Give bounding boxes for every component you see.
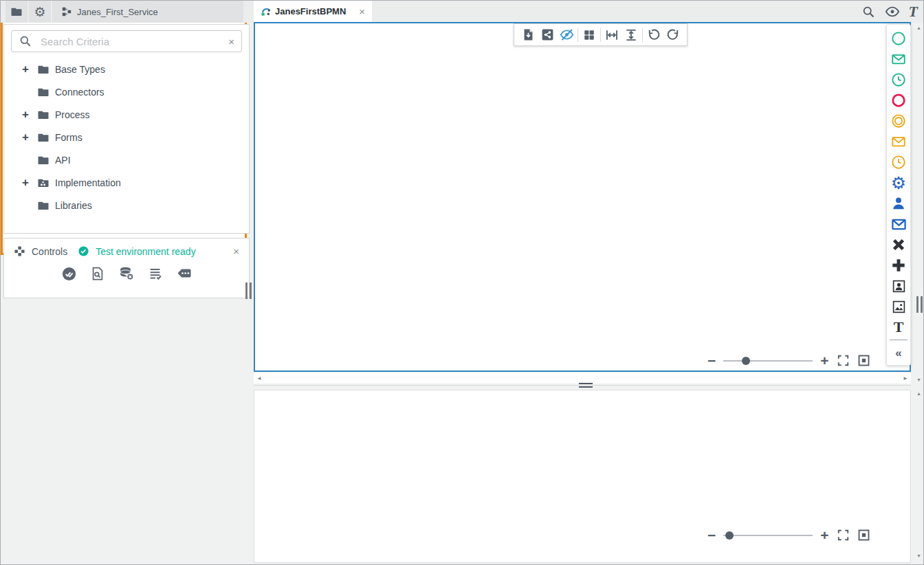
exclusive-gateway-icon[interactable] bbox=[887, 234, 910, 255]
search-input[interactable] bbox=[41, 36, 220, 47]
tree-item-libraries[interactable]: Libraries bbox=[4, 194, 249, 217]
zoom-slider-handle[interactable] bbox=[725, 531, 734, 540]
fullscreen-icon[interactable] bbox=[837, 529, 850, 542]
text-icon[interactable]: T bbox=[887, 317, 910, 337]
service-task-icon[interactable]: ⚙ bbox=[887, 173, 910, 193]
zoom-slider-handle[interactable] bbox=[742, 357, 750, 365]
undo-icon[interactable] bbox=[644, 26, 663, 44]
tree-item-implementation[interactable]: + Implementation bbox=[4, 171, 249, 194]
console-message-icon[interactable] bbox=[176, 265, 192, 282]
zoom-out-button[interactable]: − bbox=[707, 528, 716, 542]
status-text: Test environment ready bbox=[96, 246, 196, 257]
zoom-in-button[interactable]: + bbox=[820, 528, 828, 542]
expand-icon[interactable]: + bbox=[22, 131, 37, 144]
checklist-icon[interactable] bbox=[148, 265, 163, 282]
zoom-in-button[interactable]: + bbox=[820, 353, 828, 368]
scroll-up-icon[interactable]: ▲ bbox=[914, 25, 924, 30]
message-start-event-icon[interactable] bbox=[887, 49, 910, 69]
scroll-up-icon[interactable]: ▲ bbox=[914, 391, 924, 396]
service-tab-label: Janes_First_Service bbox=[77, 7, 158, 17]
zoom-out-button[interactable]: − bbox=[707, 353, 716, 368]
eye-icon[interactable] bbox=[885, 4, 900, 19]
document-tab[interactable]: JanesFirstBPMN × bbox=[254, 1, 372, 22]
cluster-icon bbox=[14, 245, 25, 257]
parallel-gateway-icon[interactable] bbox=[887, 255, 910, 276]
database-clear-icon[interactable] bbox=[118, 265, 135, 282]
image-icon[interactable] bbox=[887, 296, 910, 317]
expand-icon[interactable]: + bbox=[22, 63, 37, 76]
grid-icon[interactable] bbox=[580, 26, 599, 44]
folder-icon bbox=[37, 154, 50, 166]
right-resize-handle[interactable] bbox=[916, 296, 923, 313]
share-icon[interactable] bbox=[538, 26, 557, 44]
service-tab[interactable]: Janes_First_Service bbox=[52, 1, 243, 23]
typography-icon[interactable]: T bbox=[909, 4, 918, 19]
canvas-toolbar bbox=[514, 23, 688, 46]
end-event-icon[interactable] bbox=[887, 90, 910, 111]
expand-icon[interactable]: + bbox=[22, 108, 37, 122]
tree-item-api[interactable]: API bbox=[4, 148, 249, 171]
start-event-icon[interactable] bbox=[887, 28, 910, 49]
timer-start-event-icon[interactable] bbox=[887, 69, 910, 90]
top-bar: ⚙ Janes_First_Service T bbox=[1, 1, 923, 23]
timer-intermediate-event-icon[interactable] bbox=[887, 152, 910, 173]
tree-item-forms[interactable]: + Forms bbox=[4, 126, 249, 148]
collapse-palette-icon[interactable]: « bbox=[887, 342, 910, 363]
bpmn-palette: ⚙ T « bbox=[886, 24, 911, 366]
hide-preview-icon[interactable] bbox=[557, 26, 576, 44]
workspace-tabs: ⚙ Janes_First_Service bbox=[6, 1, 243, 23]
tree-item-connectors[interactable]: Connectors bbox=[4, 80, 249, 103]
canvas-horizontal-scrollbar[interactable]: ◄ ► bbox=[254, 373, 911, 384]
canvas-zoom-controls: − + bbox=[707, 353, 870, 368]
bpmn-diagram-icon bbox=[261, 7, 270, 16]
search-icon bbox=[19, 34, 32, 48]
diagram-canvas[interactable] bbox=[254, 22, 911, 372]
folder-icon bbox=[37, 86, 50, 98]
search-clear-icon[interactable]: × bbox=[228, 36, 234, 47]
tree-item-process[interactable]: + Process bbox=[4, 103, 249, 126]
document-tab-label: JanesFirstBPMN bbox=[275, 6, 346, 16]
fit-to-screen-icon[interactable] bbox=[857, 354, 870, 367]
export-document-icon[interactable] bbox=[518, 26, 538, 44]
fit-height-icon[interactable] bbox=[622, 26, 641, 44]
fullscreen-icon[interactable] bbox=[837, 354, 850, 367]
tree-item-base-types[interactable]: + Base Types bbox=[4, 58, 249, 80]
palette-divider bbox=[890, 340, 908, 340]
left-resize-handle[interactable] bbox=[245, 282, 252, 299]
scroll-right-icon[interactable]: ► bbox=[903, 375, 908, 381]
message-task-icon[interactable] bbox=[887, 214, 910, 234]
zoom-slider[interactable] bbox=[723, 360, 813, 362]
document-search-icon[interactable] bbox=[90, 265, 105, 282]
folder-icon bbox=[37, 131, 50, 144]
expand-icon[interactable]: + bbox=[22, 176, 37, 190]
search-icon[interactable] bbox=[861, 5, 876, 19]
folder-icon bbox=[10, 5, 23, 18]
explorer-panel: × + Base Types Connectors + Process + Fo… bbox=[3, 24, 250, 234]
intermediate-event-icon[interactable] bbox=[887, 111, 910, 131]
horizontal-resize-handle[interactable] bbox=[579, 383, 593, 388]
redo-icon[interactable] bbox=[663, 26, 683, 44]
project-tree: + Base Types Connectors + Process + Form… bbox=[4, 58, 249, 217]
check-circle-icon bbox=[78, 245, 89, 257]
right-scroll-strip: ▲ ▼ ▲ ▼ bbox=[914, 23, 924, 563]
user-image-icon[interactable] bbox=[887, 276, 910, 296]
verify-all-icon[interactable] bbox=[61, 265, 77, 282]
document-tab-close-icon[interactable]: × bbox=[359, 6, 365, 16]
gear-icon: ⚙ bbox=[34, 4, 45, 20]
scroll-down-icon[interactable]: ▼ bbox=[914, 553, 924, 558]
fit-to-screen-icon[interactable] bbox=[857, 529, 870, 542]
message-intermediate-event-icon[interactable] bbox=[887, 131, 910, 152]
settings-tab-button[interactable]: ⚙ bbox=[29, 1, 51, 23]
fit-width-icon[interactable] bbox=[602, 26, 622, 44]
user-task-icon[interactable] bbox=[887, 193, 910, 214]
folder-icon bbox=[37, 63, 50, 76]
controls-panel: Controls Test environment ready × bbox=[3, 238, 250, 298]
zoom-slider[interactable] bbox=[723, 535, 813, 536]
controls-title: Controls bbox=[32, 246, 67, 257]
scroll-left-icon[interactable]: ◄ bbox=[256, 375, 262, 381]
top-right-actions: T bbox=[861, 1, 918, 23]
scroll-down-icon[interactable]: ▼ bbox=[914, 377, 924, 382]
controls-close-icon[interactable]: × bbox=[233, 246, 239, 256]
folder-icon bbox=[37, 109, 50, 121]
folder-tab-button[interactable] bbox=[6, 1, 28, 23]
